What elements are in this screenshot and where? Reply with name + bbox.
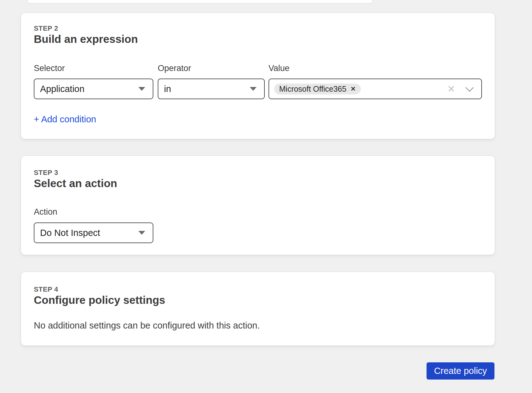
value-label: Value (269, 63, 289, 74)
clear-value-icon[interactable]: ✕ (447, 84, 455, 94)
value-tag-label: Microsoft Office365 (279, 84, 346, 94)
action-dropdown[interactable]: Do Not Inspect (34, 222, 153, 243)
step3-card: STEP 3 Select an action Action Do Not In… (21, 156, 495, 255)
previous-section-edge (28, 0, 372, 3)
step2-card: STEP 2 Build an expression Selector Oper… (21, 13, 495, 139)
step-label: STEP 4 (34, 285, 58, 294)
settings-note: No additional settings can be configured… (34, 319, 260, 331)
step-label: STEP 3 (34, 168, 58, 177)
step4-card: STEP 4 Configure policy settings No addi… (21, 272, 495, 346)
page: STEP 2 Build an expression Selector Oper… (0, 0, 532, 393)
operator-label: Operator (158, 63, 191, 74)
caret-down-icon (138, 87, 145, 91)
caret-down-icon (138, 231, 145, 235)
create-policy-button[interactable]: Create policy (427, 362, 494, 380)
section-title: Configure policy settings (34, 293, 165, 307)
remove-tag-icon[interactable]: ✕ (350, 86, 356, 92)
section-title: Select an action (34, 176, 117, 190)
action-label: Action (34, 207, 57, 217)
operator-dropdown[interactable]: in (158, 79, 265, 99)
selector-label: Selector (34, 63, 65, 74)
caret-down-icon (250, 87, 257, 91)
operator-dropdown-value: in (164, 84, 171, 94)
selector-dropdown[interactable]: Application (34, 79, 153, 99)
chevron-down-icon[interactable] (465, 83, 474, 92)
add-condition-link[interactable]: + Add condition (34, 114, 96, 125)
value-multiselect[interactable]: Microsoft Office365 ✕ ✕ (269, 79, 482, 99)
action-dropdown-value: Do Not Inspect (40, 228, 100, 238)
value-tag: Microsoft Office365 ✕ (274, 84, 361, 94)
section-title: Build an expression (34, 32, 138, 46)
selector-dropdown-value: Application (40, 84, 84, 94)
step-label: STEP 2 (34, 24, 58, 33)
